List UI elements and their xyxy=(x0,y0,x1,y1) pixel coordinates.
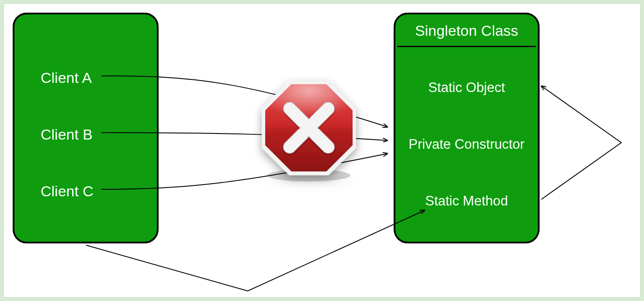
svg-marker-3 xyxy=(265,84,353,130)
singleton-class-box: Singleton Class Static Object Private Co… xyxy=(394,13,540,243)
client-b-label: Client B xyxy=(41,126,93,143)
svg-point-0 xyxy=(267,169,350,181)
private-constructor-label: Private Constructor xyxy=(395,137,538,152)
static-object-label: Static Object xyxy=(395,80,538,96)
svg-line-8 xyxy=(290,109,328,147)
svg-marker-1 xyxy=(262,81,356,175)
singleton-title: Singleton Class xyxy=(395,22,538,39)
svg-line-4 xyxy=(290,109,328,147)
svg-marker-2 xyxy=(265,84,353,171)
client-c-label: Client C xyxy=(41,183,93,200)
svg-line-7 xyxy=(290,109,328,148)
diagram-canvas: Client A Client B Client C Singleton Cla… xyxy=(3,3,641,298)
stop-sign-icon xyxy=(262,81,356,181)
svg-line-6 xyxy=(290,109,328,148)
client-a-label: Client A xyxy=(41,69,92,86)
static-method-label: Static Method xyxy=(395,193,538,209)
svg-line-5 xyxy=(290,109,328,147)
arrow-method-to-object xyxy=(541,86,621,199)
clients-box: Client A Client B Client C xyxy=(13,13,159,243)
singleton-divider xyxy=(397,46,536,47)
svg-line-9 xyxy=(290,109,328,147)
